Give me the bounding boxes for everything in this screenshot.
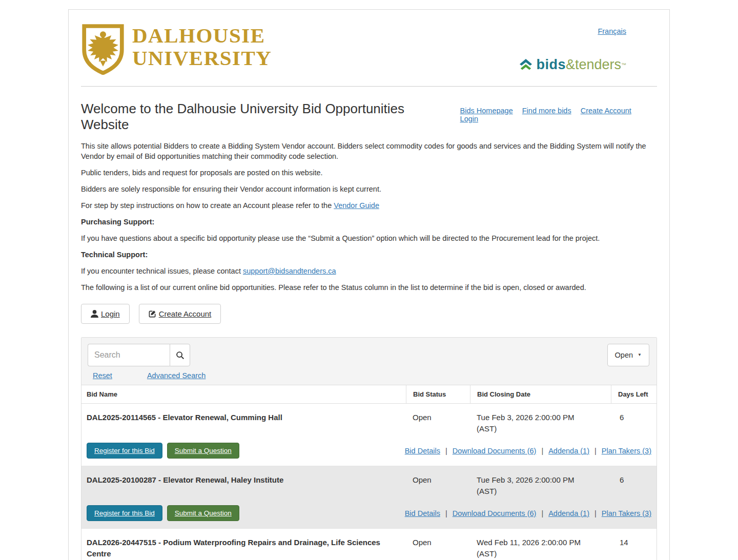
search-input[interactable] bbox=[88, 344, 170, 366]
brand-trademark: ™ bbox=[621, 62, 626, 68]
create-account-button-label: Create Account bbox=[159, 309, 212, 318]
table-row: DAL2025-20100287 - Elevator Renewal, Hal… bbox=[81, 466, 657, 529]
bid-closing-date: Tue Feb 3, 2026 2:00:00 PM (AST) bbox=[470, 474, 611, 497]
search-icon bbox=[176, 351, 184, 360]
search-band: Open ▼ Reset Advanced Search bbox=[81, 338, 657, 385]
bid-closing-date: Tue Feb 3, 2026 2:00:00 PM (AST) bbox=[470, 412, 611, 434]
vendor-guide-link[interactable]: Vendor Guide bbox=[334, 201, 379, 210]
status-filter-dropdown[interactable]: Open ▼ bbox=[607, 344, 649, 366]
bid-links: Bid Details Download Documents (6) Adden… bbox=[405, 509, 651, 517]
dalhousie-logo: DALHOUSIE UNIVERSITY bbox=[81, 23, 272, 75]
submit-question-button[interactable]: Submit a Question bbox=[167, 443, 239, 459]
nav-login-link[interactable]: Login bbox=[460, 115, 478, 123]
addenda-link[interactable]: Addenda (1) bbox=[548, 447, 589, 455]
technical-support-text: If you encounter technical issues, pleas… bbox=[81, 266, 657, 276]
wordmark-line2: UNIVERSITY bbox=[132, 47, 272, 69]
bid-details-link[interactable]: Bid Details bbox=[405, 509, 440, 517]
top-nav: Bids Homepage Find more bids Create Acco… bbox=[453, 107, 657, 123]
intro-paragraph-2: Public tenders, bids and request for pro… bbox=[81, 168, 657, 178]
account-buttons: Login Create Account bbox=[81, 304, 657, 324]
brand-tenders-text: &tenders bbox=[566, 57, 621, 73]
page-title: Welcome to the Dalhousie University Bid … bbox=[81, 101, 453, 133]
table-row: DAL2025-20114565 - Elevator Renewal, Cum… bbox=[81, 404, 657, 466]
bid-action-buttons: Register for this Bid Submit a Question bbox=[87, 443, 239, 459]
download-documents-link[interactable]: Download Documents (6) bbox=[453, 447, 537, 455]
language-toggle-link[interactable]: Français bbox=[598, 27, 626, 35]
nav-bids-homepage-link[interactable]: Bids Homepage bbox=[460, 107, 513, 115]
plan-takers-link[interactable]: Plan Takers (3) bbox=[602, 447, 651, 455]
intro-paragraph-1: This site allows potential Bidders to cr… bbox=[81, 141, 657, 161]
person-icon bbox=[91, 310, 98, 318]
bid-closing-date: Wed Feb 11, 2026 2:00:00 PM (AST) bbox=[470, 537, 611, 559]
support-email-link[interactable]: support@bidsandtenders.ca bbox=[243, 267, 336, 275]
vendor-guide-prefix: For step by step instructions on how to … bbox=[81, 201, 334, 210]
download-documents-link[interactable]: Download Documents (6) bbox=[453, 509, 537, 517]
col-header-days-left: Days Left bbox=[611, 385, 659, 403]
create-account-button[interactable]: Create Account bbox=[139, 304, 221, 324]
list-intro-text: The following is a list of our current o… bbox=[81, 282, 657, 293]
purchasing-support-text: If you have questions about a specific b… bbox=[81, 233, 657, 243]
wordmark-line1: DALHOUSIE bbox=[132, 24, 272, 47]
bid-info-line: DAL2025-20114565 - Elevator Renewal, Cum… bbox=[81, 404, 657, 434]
search-box bbox=[88, 344, 190, 366]
edit-square-icon bbox=[149, 310, 156, 318]
bid-days-left: 6 bbox=[611, 474, 659, 497]
search-links: Reset Advanced Search bbox=[88, 371, 650, 380]
bid-status: Open bbox=[406, 412, 470, 434]
chevron-down-icon: ▼ bbox=[638, 353, 642, 357]
table-row: DAL2026-20447515 - Podium Waterproofing … bbox=[81, 529, 657, 560]
bid-status: Open bbox=[406, 474, 470, 497]
nav-find-more-bids-link[interactable]: Find more bids bbox=[522, 107, 571, 115]
purchasing-support-label: Purchasing Support: bbox=[81, 217, 657, 227]
dalhousie-shield-icon bbox=[81, 23, 125, 75]
brand-bids-text: bids bbox=[536, 57, 566, 73]
intro-paragraph-3: Bidders are solely responsible for ensur… bbox=[81, 184, 657, 194]
bid-status: Open bbox=[406, 537, 470, 559]
bid-name: DAL2025-20114565 - Elevator Renewal, Cum… bbox=[81, 412, 406, 434]
bid-name: DAL2025-20100287 - Elevator Renewal, Hal… bbox=[81, 474, 406, 497]
register-for-bid-button[interactable]: Register for this Bid bbox=[87, 505, 162, 521]
login-button[interactable]: Login bbox=[81, 304, 130, 324]
bid-details-link[interactable]: Bid Details bbox=[405, 447, 440, 455]
bid-days-left: 6 bbox=[611, 412, 659, 434]
status-filter-value: Open bbox=[615, 351, 633, 359]
bid-action-line: Register for this Bid Submit a Question … bbox=[81, 505, 657, 521]
col-header-bid-closing-date: Bid Closing Date bbox=[470, 385, 611, 403]
bid-action-line: Register for this Bid Submit a Question … bbox=[81, 443, 657, 459]
addenda-link[interactable]: Addenda (1) bbox=[548, 509, 589, 517]
site-header: DALHOUSIE UNIVERSITY Français bids&tende… bbox=[81, 23, 657, 75]
register-for-bid-button[interactable]: Register for this Bid bbox=[87, 443, 162, 459]
login-button-label: Login bbox=[101, 309, 120, 318]
title-row: Welcome to the Dalhousie University Bid … bbox=[81, 101, 657, 133]
bids-and-tenders-logo: bids&tenders™ bbox=[519, 57, 626, 73]
technical-support-label: Technical Support: bbox=[81, 250, 657, 260]
submit-question-button[interactable]: Submit a Question bbox=[167, 505, 239, 521]
advanced-search-link[interactable]: Advanced Search bbox=[147, 371, 206, 380]
search-row: Open ▼ bbox=[88, 344, 650, 366]
search-button[interactable] bbox=[170, 344, 190, 366]
university-wordmark: DALHOUSIE UNIVERSITY bbox=[132, 24, 272, 69]
col-header-bid-status: Bid Status bbox=[406, 385, 470, 403]
bid-days-left: 14 bbox=[611, 537, 659, 559]
intro-paragraph-4: For step by step instructions on how to … bbox=[81, 200, 657, 211]
bid-info-line: DAL2025-20100287 - Elevator Renewal, Hal… bbox=[81, 466, 657, 497]
header-divider bbox=[81, 86, 657, 87]
bid-links: Bid Details Download Documents (6) Adden… bbox=[405, 447, 651, 455]
bid-name: DAL2026-20447515 - Podium Waterproofing … bbox=[81, 537, 406, 559]
bid-action-buttons: Register for this Bid Submit a Question bbox=[87, 505, 239, 521]
plan-takers-link[interactable]: Plan Takers (3) bbox=[602, 509, 651, 517]
double-chevron-up-icon bbox=[519, 58, 533, 72]
header-right: Français bids&tenders™ bbox=[519, 23, 657, 75]
main-card: DALHOUSIE UNIVERSITY Français bids&tende… bbox=[68, 9, 670, 560]
col-header-bid-name: Bid Name bbox=[81, 385, 406, 403]
bid-info-line: DAL2026-20447515 - Podium Waterproofing … bbox=[81, 529, 657, 559]
technical-support-prefix: If you encounter technical issues, pleas… bbox=[81, 267, 243, 275]
table-header-row: Bid Name Bid Status Bid Closing Date Day… bbox=[81, 385, 657, 404]
bids-panel: Open ▼ Reset Advanced Search Bid Name Bi… bbox=[81, 337, 657, 560]
intro-copy: This site allows potential Bidders to cr… bbox=[81, 141, 657, 293]
reset-link[interactable]: Reset bbox=[93, 371, 112, 380]
nav-create-account-link[interactable]: Create Account bbox=[581, 107, 631, 115]
